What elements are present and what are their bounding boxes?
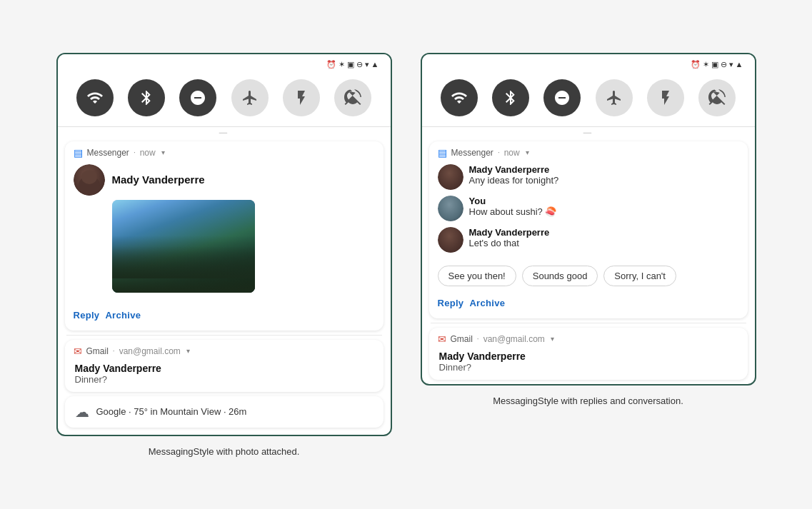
msg-sender-3: Mady Vanderperre bbox=[469, 227, 739, 238]
left-qs-airplane[interactable] bbox=[231, 79, 269, 116]
right-gmail-header: ✉ Gmail · van@gmail.com ▾ bbox=[429, 328, 748, 348]
msg-sender-2: You bbox=[469, 196, 739, 206]
right-quick-settings bbox=[422, 72, 755, 127]
right-gmail-name: Gmail bbox=[451, 334, 473, 344]
right-chevron-icon: ▾ bbox=[526, 148, 529, 156]
right-messenger-notif: ▤ Messenger · now ▾ Mady Vanderperre bbox=[429, 141, 748, 318]
cloud-icon: ☁ bbox=[75, 403, 89, 420]
smart-reply-1[interactable]: See you then! bbox=[438, 266, 516, 286]
msg-content-3: Mady Vanderperre Let's do that bbox=[469, 227, 739, 248]
left-chevron-icon: ▾ bbox=[161, 148, 165, 156]
right-reply-button[interactable]: Reply bbox=[438, 295, 464, 311]
left-qs-wifi[interactable] bbox=[76, 79, 114, 116]
left-notif-body: Mady Vanderperre bbox=[65, 161, 384, 304]
right-cast-icon: ▣ bbox=[711, 60, 718, 69]
right-dnd-icon: ⊖ bbox=[721, 60, 727, 69]
left-notif-actions: Reply Archive bbox=[65, 304, 384, 331]
left-phone-frame: ⏰ ✶ ▣ ⊖ ▾ ▲ bbox=[56, 53, 392, 436]
left-caption: MessagingStyle with photo attached. bbox=[149, 446, 300, 457]
left-gmail-name: Gmail bbox=[86, 346, 109, 356]
right-signal-icon: ▲ bbox=[736, 60, 743, 69]
left-archive-button[interactable]: Archive bbox=[105, 307, 141, 323]
right-messenger-icon: ▤ bbox=[438, 147, 447, 158]
right-qs-dnd[interactable] bbox=[543, 79, 581, 116]
left-reply-button[interactable]: Reply bbox=[74, 307, 100, 323]
signal-icon: ▲ bbox=[371, 60, 379, 69]
right-notif-actions: Reply Archive bbox=[429, 292, 748, 318]
right-mady-avatar-2 bbox=[438, 227, 463, 253]
right-dot: · bbox=[498, 148, 500, 156]
alarm-icon: ⏰ bbox=[326, 60, 336, 69]
right-gmail-sender: Mady Vanderperre bbox=[439, 351, 738, 362]
left-qs-bt[interactable] bbox=[128, 79, 165, 116]
msg-row-1: Mady Vanderperre Any ideas for tonight? bbox=[438, 164, 739, 190]
left-gmail-subject: Dinner? bbox=[75, 374, 374, 385]
right-app-name: Messenger bbox=[451, 148, 493, 158]
wifi-icon: ▾ bbox=[365, 60, 369, 69]
smart-reply-3[interactable]: Sorry, I can't bbox=[603, 266, 676, 286]
right-qs-rotate[interactable] bbox=[698, 79, 736, 116]
right-conversation: Mady Vanderperre Any ideas for tonight? … bbox=[429, 161, 748, 263]
left-mady-avatar bbox=[74, 164, 105, 196]
right-you-avatar bbox=[438, 196, 463, 221]
left-notif-header: ▤ Messenger · now ▾ bbox=[65, 141, 384, 161]
left-gmail-sender: Mady Vanderperre bbox=[75, 363, 374, 374]
left-gmail-icon: ✉ bbox=[74, 346, 82, 357]
msg-text-3: Let's do that bbox=[469, 238, 739, 248]
left-demo: ⏰ ✶ ▣ ⊖ ▾ ▲ bbox=[56, 53, 392, 457]
left-drag-handle: ─ bbox=[58, 127, 391, 137]
right-gmail-email: van@gmail.com bbox=[483, 334, 545, 344]
right-demo: ⏰ ✶ ▣ ⊖ ▾ ▲ bbox=[421, 53, 756, 406]
right-status-icons: ⏰ ✶ ▣ ⊖ ▾ ▲ bbox=[691, 60, 743, 69]
right-caption: MessagingStyle with replies and conversa… bbox=[493, 395, 683, 406]
msg-text-1: Any ideas for tonight? bbox=[469, 175, 739, 186]
right-qs-flashlight[interactable] bbox=[647, 79, 684, 116]
left-messenger-icon: ▤ bbox=[74, 147, 83, 158]
bt-icon: ✶ bbox=[339, 60, 345, 69]
right-qs-wifi[interactable] bbox=[441, 79, 478, 116]
left-sender-row: Mady Vanderperre bbox=[74, 164, 375, 196]
right-status-bar: ⏰ ✶ ▣ ⊖ ▾ ▲ bbox=[422, 54, 755, 72]
right-notif-time: now bbox=[504, 148, 520, 158]
right-gmail-chevron-icon: ▾ bbox=[551, 335, 554, 343]
left-sender-name: Mady Vanderperre bbox=[112, 173, 205, 186]
msg-content-1: Mady Vanderperre Any ideas for tonight? bbox=[469, 164, 739, 186]
left-status-icons: ⏰ ✶ ▣ ⊖ ▾ ▲ bbox=[326, 60, 379, 69]
left-google-text: Google · 75° in Mountain View · 26m bbox=[96, 406, 247, 417]
right-wifi-icon: ▾ bbox=[729, 60, 733, 69]
left-qs-rotate[interactable] bbox=[334, 79, 371, 116]
right-divider-1 bbox=[431, 323, 746, 323]
page-wrapper: ⏰ ✶ ▣ ⊖ ▾ ▲ bbox=[56, 53, 756, 457]
left-divider-1 bbox=[66, 335, 382, 336]
left-messenger-notif: ▤ Messenger · now ▾ Mady Vand bbox=[65, 141, 384, 331]
msg-row-3: Mady Vanderperre Let's do that bbox=[438, 227, 739, 253]
right-qs-airplane[interactable] bbox=[596, 79, 633, 116]
right-gmail-notif: ✉ Gmail · van@gmail.com ▾ Mady Vanderper… bbox=[429, 328, 748, 380]
right-notif-header: ▤ Messenger · now ▾ bbox=[429, 141, 748, 161]
right-drag-handle: ─ bbox=[422, 127, 755, 137]
right-alarm-icon: ⏰ bbox=[691, 60, 701, 69]
left-notif-time: now bbox=[140, 148, 156, 158]
right-gmail-subject: Dinner? bbox=[439, 362, 738, 373]
right-gmail-icon: ✉ bbox=[438, 333, 446, 345]
right-archive-button[interactable]: Archive bbox=[469, 295, 505, 311]
left-quick-settings bbox=[58, 72, 391, 127]
left-app-name: Messenger bbox=[87, 148, 129, 158]
dnd-icon: ⊖ bbox=[356, 60, 363, 69]
left-gmail-email: van@gmail.com bbox=[119, 346, 181, 356]
left-gmail-notif: ✉ Gmail · van@gmail.com ▾ Mady Vanderper… bbox=[65, 340, 384, 392]
msg-row-2: You How about sushi? 🍣 bbox=[438, 196, 739, 221]
right-qs-bt[interactable] bbox=[492, 79, 529, 116]
msg-sender-1: Mady Vanderperre bbox=[469, 164, 739, 175]
msg-content-2: You How about sushi? 🍣 bbox=[469, 196, 739, 217]
left-qs-flashlight[interactable] bbox=[283, 79, 320, 116]
right-smart-replies: See you then! Sounds good Sorry, I can't bbox=[429, 263, 748, 292]
left-gmail-body: Mady Vanderperre Dinner? bbox=[65, 360, 384, 392]
left-qs-dnd[interactable] bbox=[179, 79, 216, 116]
cast-icon: ▣ bbox=[347, 60, 354, 69]
right-gmail-dot: · bbox=[477, 335, 479, 343]
smart-reply-2[interactable]: Sounds good bbox=[522, 266, 598, 286]
left-google-notif: ☁ Google · 75° in Mountain View · 26m bbox=[65, 396, 384, 428]
left-status-bar: ⏰ ✶ ▣ ⊖ ▾ ▲ bbox=[58, 54, 391, 72]
right-gmail-body: Mady Vanderperre Dinner? bbox=[429, 348, 748, 380]
